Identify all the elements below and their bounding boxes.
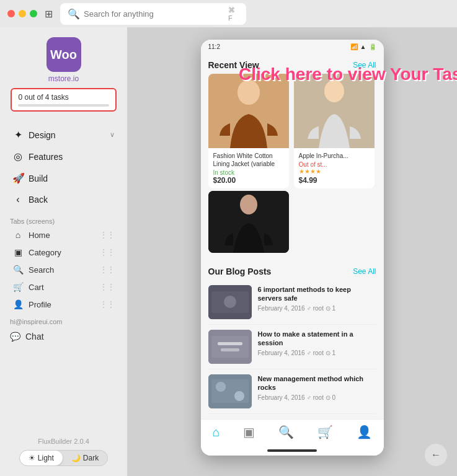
- status-time: 11:2: [208, 43, 220, 50]
- status-icons: 📶 ▲ 🔋: [350, 43, 376, 50]
- nav-label-features: Features: [29, 152, 115, 162]
- product-info-2: Apple In-Purcha... Out of st... ★★★★ $4.…: [294, 148, 375, 188]
- search-nav-icon: 🔍: [12, 265, 24, 275]
- home-indicator: [201, 447, 384, 456]
- search-bar[interactable]: 🔍 ⌘ F: [60, 3, 246, 25]
- nav-cart-icon[interactable]: 🛒: [317, 425, 333, 439]
- screen-item-category[interactable]: ▣ Category ⋮⋮: [2, 244, 125, 261]
- theme-dark-button[interactable]: 🌙 Dark: [63, 451, 107, 465]
- recent-view-header: Recent View See All: [201, 54, 384, 74]
- blog-title-3: New management method which rocks: [258, 374, 376, 392]
- minimize-button[interactable]: [19, 10, 26, 17]
- svg-rect-14: [211, 379, 249, 403]
- search-shortcut: ⌘ F: [228, 6, 239, 22]
- screen-item-cart[interactable]: 🛒 Cart ⋮⋮: [2, 278, 125, 296]
- svg-rect-11: [218, 342, 242, 345]
- product-grid: Fashion White Cotton Lining Jacket (vari…: [201, 74, 384, 193]
- blog-meta-1: February 4, 2016 ♂ root ⊙ 1: [258, 305, 376, 312]
- blog-item-2[interactable]: How to make a statement in a session Feb…: [208, 325, 376, 369]
- nav-profile-icon[interactable]: 👤: [357, 425, 372, 439]
- nav-home-icon[interactable]: ⌂: [212, 425, 220, 439]
- product-status-1: In stock: [213, 169, 284, 176]
- main-content: Click here to view Your Task List 11:2 📶…: [127, 27, 457, 476]
- chat-item[interactable]: 💬 Chat: [0, 327, 127, 346]
- drag-handle-cart[interactable]: ⋮⋮: [100, 283, 115, 291]
- nav-item-back[interactable]: ‹ Back: [2, 189, 125, 210]
- phone-bottom-nav: ⌂ ▣ 🔍 🛒 👤: [201, 419, 384, 447]
- theme-light-button[interactable]: ☀ Light: [20, 451, 63, 465]
- maximize-button[interactable]: [30, 10, 37, 17]
- screen-item-search[interactable]: 🔍 Search ⋮⋮: [2, 261, 125, 278]
- screens-list: ⌂ Home ⋮⋮ ▣ Category ⋮⋮ 🔍 Search ⋮⋮ 🛒 Ca…: [0, 226, 127, 313]
- product-image-3: [208, 191, 289, 253]
- product-stars-2: ★★★★: [299, 168, 370, 175]
- home-bar: [267, 449, 317, 452]
- nav-search-icon[interactable]: 🔍: [278, 425, 294, 439]
- screen-label-profile: Profile: [29, 300, 51, 309]
- recent-view-see-all[interactable]: See All: [353, 61, 376, 69]
- home-icon: ⌂: [12, 230, 24, 240]
- product-status-2: Out of st...: [299, 161, 370, 168]
- light-label: Light: [38, 454, 54, 462]
- blog-item-3[interactable]: New management method which rocks Februa…: [208, 369, 376, 414]
- blog-info-3: New management method which rocks Februa…: [258, 374, 376, 408]
- svg-point-3: [324, 80, 344, 102]
- drag-handle-search[interactable]: ⋮⋮: [100, 265, 115, 274]
- title-bar: ⊞ 🔍 ⌘ F: [0, 0, 457, 27]
- drag-handle-category[interactable]: ⋮⋮: [100, 248, 115, 257]
- close-button[interactable]: [7, 10, 15, 17]
- product-image-1: [208, 74, 289, 148]
- task-bar-bg: [18, 104, 109, 107]
- product-figure-2: [294, 74, 375, 148]
- nav-item-build[interactable]: 🚀 Build: [2, 167, 125, 189]
- nav-category-icon[interactable]: ▣: [243, 425, 255, 439]
- product-card-2[interactable]: Apple In-Purcha... Out of st... ★★★★ $4.…: [294, 74, 375, 188]
- woo-logo: Woo: [47, 37, 81, 72]
- blog-see-all[interactable]: See All: [353, 267, 376, 276]
- svg-point-5: [240, 195, 257, 214]
- blog-info-2: How to make a statement in a session Feb…: [258, 330, 376, 364]
- sun-icon: ☀: [29, 454, 35, 462]
- traffic-lights: [7, 10, 37, 17]
- chevron-down-icon: ∨: [110, 131, 115, 139]
- task-progress-box[interactable]: 0 out of 4 tasks: [11, 88, 116, 112]
- product-card-1[interactable]: Fashion White Cotton Lining Jacket (vari…: [208, 74, 289, 188]
- grid-icon[interactable]: ⊞: [45, 8, 53, 20]
- blog-meta-2: February 4, 2016 ♂ root ⊙ 1: [258, 350, 376, 356]
- task-count: 0 out of 4 tasks: [18, 93, 109, 102]
- store-name: mstore.io: [48, 74, 79, 83]
- blog-posts-title: Our Blog Posts: [208, 267, 272, 276]
- svg-point-15: [216, 382, 226, 392]
- blog-image-2: [208, 330, 252, 364]
- nav-item-features[interactable]: ◎ Features: [2, 146, 125, 167]
- nav-item-design[interactable]: ✦ Design ∨: [2, 124, 125, 146]
- design-icon: ✦: [12, 129, 24, 141]
- svg-rect-12: [221, 348, 239, 351]
- blog-list: 6 important methods to keep servers safe…: [201, 280, 384, 419]
- product-price-2: $4.99: [299, 176, 370, 185]
- recent-view-title: Recent View: [208, 60, 259, 70]
- drag-handle-home[interactable]: ⋮⋮: [100, 231, 115, 239]
- main-layout: Woo mstore.io 0 out of 4 tasks ✦ Design …: [0, 27, 457, 476]
- nav-label-back: Back: [29, 195, 115, 205]
- blog-item-1[interactable]: 6 important methods to keep servers safe…: [208, 280, 376, 325]
- blog-title-2: How to make a statement in a session: [258, 330, 376, 348]
- product-figure-1: [208, 74, 289, 148]
- svg-rect-10: [211, 336, 249, 358]
- product-card-3[interactable]: [208, 191, 289, 253]
- dark-label: Dark: [83, 454, 99, 462]
- profile-icon: 👤: [12, 299, 24, 309]
- nav-label-build: Build: [29, 174, 115, 183]
- nav-label-design: Design: [29, 130, 105, 140]
- theme-toggle[interactable]: ☀ Light 🌙 Dark: [19, 450, 108, 466]
- tabs-section-label: Tabs (screens): [0, 213, 127, 226]
- chat-label: Chat: [25, 332, 44, 342]
- search-input[interactable]: [84, 9, 224, 19]
- screen-item-profile[interactable]: 👤 Profile ⋮⋮: [2, 296, 125, 313]
- back-button[interactable]: ←: [425, 444, 447, 466]
- screen-item-home[interactable]: ⌂ Home ⋮⋮: [2, 226, 125, 244]
- build-icon: 🚀: [12, 172, 24, 184]
- blog-thumb-3: [208, 374, 252, 408]
- drag-handle-profile[interactable]: ⋮⋮: [100, 300, 115, 309]
- blog-posts-header: Our Blog Posts See All: [201, 260, 384, 280]
